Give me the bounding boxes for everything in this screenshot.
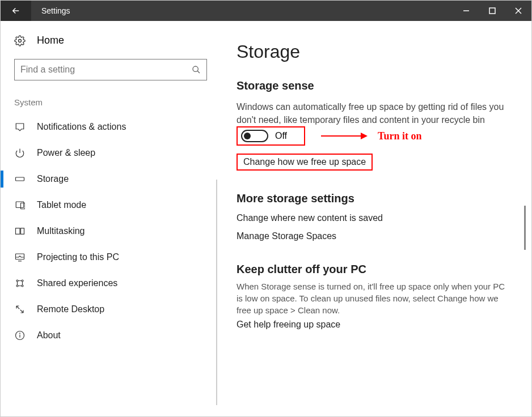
message-icon	[14, 122, 26, 132]
nav-tablet[interactable]: Tablet mode	[14, 192, 216, 218]
nav-list: Notifications & actions Power & sleep St…	[14, 114, 216, 348]
maximize-icon	[489, 7, 496, 14]
titlebar: Settings	[1, 1, 531, 21]
minimize-button[interactable]	[453, 1, 479, 21]
nav-label: About	[37, 330, 61, 341]
nav-notifications[interactable]: Notifications & actions	[14, 114, 216, 140]
search-field[interactable]	[20, 65, 192, 75]
svg-point-5	[193, 66, 198, 71]
svg-rect-11	[21, 228, 24, 235]
svg-rect-12	[16, 254, 24, 259]
svg-rect-10	[16, 228, 20, 235]
annotation-text: Turn it on	[378, 130, 421, 142]
search-icon	[192, 65, 201, 74]
svg-point-14	[22, 280, 23, 282]
back-button[interactable]	[1, 1, 31, 21]
change-free-up-link[interactable]: Change how we free up space	[243, 157, 366, 167]
home-label: Home	[37, 35, 64, 46]
svg-point-4	[19, 39, 22, 42]
annotation-arrow	[321, 135, 366, 137]
nav-label: Multitasking	[37, 226, 85, 236]
search-input[interactable]	[14, 59, 207, 80]
power-icon	[14, 148, 26, 158]
clutter-desc: When Storage sense is turned on, it'll f…	[237, 280, 509, 316]
storage-sense-toggle[interactable]	[241, 130, 268, 142]
main-panel: Storage Storage sense Windows can automa…	[216, 21, 531, 416]
remote-icon	[14, 304, 26, 314]
shared-icon	[14, 278, 26, 288]
svg-point-13	[16, 280, 18, 282]
svg-rect-9	[21, 203, 26, 209]
nav-projecting[interactable]: Projecting to this PC	[14, 244, 216, 270]
storage-sense-desc: Windows can automatically free up space …	[237, 100, 509, 126]
svg-rect-7	[16, 177, 24, 181]
divider-left	[216, 180, 217, 405]
home-button[interactable]: Home	[14, 35, 216, 46]
svg-line-6	[197, 71, 200, 73]
nav-label: Notifications & actions	[37, 122, 126, 132]
manage-storage-spaces-link[interactable]: Manage Storage Spaces	[237, 231, 336, 241]
nav-label: Projecting to this PC	[37, 252, 119, 262]
nav-power[interactable]: Power & sleep	[14, 140, 216, 166]
nav-storage[interactable]: Storage	[14, 166, 216, 192]
nav-about[interactable]: About	[14, 322, 216, 348]
svg-point-15	[16, 285, 18, 287]
arrow-left-icon	[11, 6, 21, 16]
section-storage-sense-heading: Storage sense	[237, 79, 511, 92]
annotation-box-toggle: Off	[237, 126, 305, 146]
nav-label: Tablet mode	[37, 200, 86, 210]
nav-shared[interactable]: Shared experiences	[14, 270, 216, 296]
close-icon	[515, 7, 522, 14]
storage-icon	[14, 174, 26, 184]
nav-remote[interactable]: Remote Desktop	[14, 296, 216, 322]
close-button[interactable]	[505, 1, 531, 21]
window-title: Settings	[41, 6, 70, 15]
nav-label: Power & sleep	[37, 148, 95, 158]
get-help-link[interactable]: Get help freeing up space	[237, 320, 340, 330]
nav-multitasking[interactable]: Multitasking	[14, 218, 216, 244]
annotation-box-link: Change how we free up space	[237, 154, 373, 171]
section-more-settings-heading: More storage settings	[237, 192, 511, 205]
change-content-saved-link[interactable]: Change where new content is saved	[237, 213, 383, 223]
svg-point-16	[22, 285, 23, 287]
section-clutter-heading: Keep clutter off your PC	[237, 263, 511, 276]
nav-label: Storage	[37, 174, 69, 184]
minimize-icon	[463, 7, 470, 14]
toggle-knob	[244, 133, 251, 139]
page-title: Storage	[237, 41, 511, 62]
svg-rect-1	[489, 8, 495, 14]
multitasking-icon	[14, 226, 26, 236]
category-label: System	[14, 97, 216, 107]
maximize-button[interactable]	[479, 1, 505, 21]
info-icon	[14, 330, 26, 341]
gear-icon	[14, 35, 26, 46]
window-controls	[453, 1, 531, 21]
projecting-icon	[14, 252, 26, 262]
tablet-icon	[14, 200, 26, 210]
nav-label: Remote Desktop	[37, 304, 104, 314]
svg-point-19	[20, 333, 20, 334]
toggle-state-label: Off	[275, 131, 287, 141]
nav-label: Shared experiences	[37, 278, 117, 288]
sidebar: Home System Notifications & actions Powe…	[1, 21, 216, 416]
svg-rect-8	[16, 202, 24, 208]
scrollbar[interactable]	[524, 206, 526, 250]
